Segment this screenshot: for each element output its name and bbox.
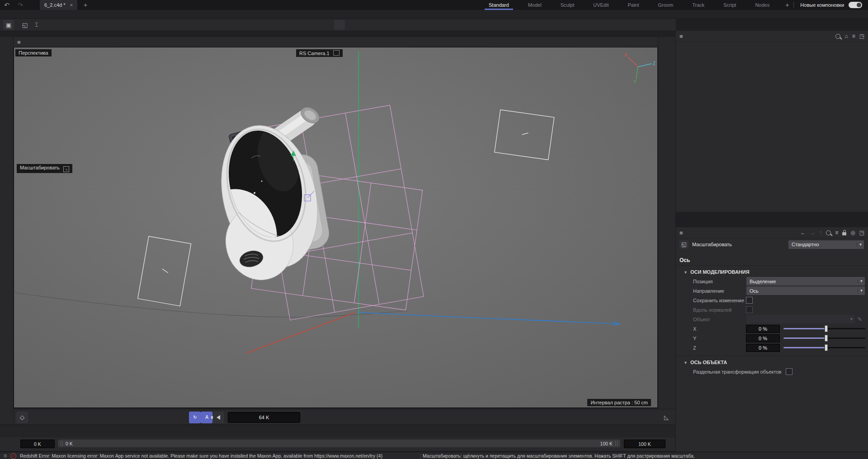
left-tool-palette bbox=[0, 37, 14, 425]
right-command-palette bbox=[658, 37, 676, 425]
close-tab-icon[interactable]: × bbox=[70, 2, 72, 8]
am-search-icon[interactable] bbox=[826, 230, 831, 235]
direction-dropdown[interactable]: Ось▼ bbox=[746, 286, 865, 295]
along-normals-row: Вдоль нормалей bbox=[676, 305, 868, 314]
position-row: Позиция Выделение▼ bbox=[676, 276, 868, 286]
status-error-text: Redshift Error: Maxon licensing error: M… bbox=[20, 453, 382, 459]
layout-tab-groom[interactable]: Groom bbox=[649, 0, 683, 10]
sound-button[interactable] bbox=[212, 412, 224, 423]
timeline-ruler[interactable] bbox=[0, 425, 675, 438]
object-link-field[interactable]: ▼ bbox=[746, 314, 855, 324]
add-layout-button[interactable]: + bbox=[785, 1, 789, 9]
view-label[interactable]: Перспектива bbox=[15, 49, 52, 56]
workspace-toggle-label: Новые компоновки bbox=[800, 2, 844, 8]
om-menu-icon[interactable]: ≡ bbox=[679, 33, 683, 40]
axis-z-label: Z bbox=[653, 61, 656, 66]
object-manager-menubar: ≡ ⌂ ≡ ◳ bbox=[676, 31, 868, 42]
am-menu-icon[interactable]: ≡ bbox=[679, 230, 683, 236]
scene-3d bbox=[14, 47, 657, 407]
axis-x-slider[interactable] bbox=[783, 325, 865, 332]
range-slider[interactable]: 0 K 100 K bbox=[58, 440, 620, 447]
am-forward-icon[interactable]: → bbox=[810, 230, 815, 236]
loop-playback-button[interactable]: ↻ bbox=[189, 412, 201, 423]
om-detach-icon[interactable]: ◳ bbox=[859, 33, 864, 39]
redo-icon[interactable]: ↷ bbox=[14, 1, 27, 9]
layout-tab-script[interactable]: Script bbox=[714, 0, 745, 10]
am-filter-icon[interactable]: ≡ bbox=[835, 230, 838, 236]
tool-tooltip: Масштабировать↘ bbox=[17, 164, 72, 173]
am-track-icon[interactable]: ◎ bbox=[850, 230, 855, 236]
axis-y-label: Y bbox=[633, 80, 637, 84]
layout-tab-sculpt[interactable]: Sculpt bbox=[551, 0, 584, 10]
active-tool-name: Масштабировать bbox=[692, 242, 732, 247]
am-up-icon[interactable]: ↑ bbox=[819, 230, 822, 236]
tool-preset-dropdown[interactable]: Стандартно▼ bbox=[788, 240, 864, 249]
camera-label[interactable]: RS Camera.1 bbox=[296, 49, 343, 57]
om-search-icon[interactable] bbox=[835, 34, 840, 39]
workspace-toggle[interactable] bbox=[849, 2, 862, 8]
group-object-axis[interactable]: ▼ОСЬ ОБЪЕКТА bbox=[676, 356, 868, 367]
section-title: Ось bbox=[676, 254, 868, 266]
group-modeling-axes[interactable]: ▼ОСИ МОДЕЛИРОВАНИЯ bbox=[676, 266, 868, 276]
axis-gizmo[interactable]: X Z Y bbox=[615, 51, 657, 84]
am-lock-icon[interactable] bbox=[842, 232, 846, 235]
layout-tab-standard[interactable]: Standard bbox=[479, 0, 519, 10]
status-menu-icon[interactable]: ≡ bbox=[4, 453, 7, 459]
axis-z-row: Z 0 % bbox=[676, 343, 868, 352]
layout-tab-model[interactable]: Model bbox=[519, 0, 551, 10]
keep-change-row: Сохранить изменение bbox=[676, 295, 868, 305]
layout-tab-uvedit[interactable]: UVEdit bbox=[584, 0, 618, 10]
current-frame-field[interactable]: 64 K bbox=[228, 412, 300, 423]
keep-change-checkbox[interactable] bbox=[746, 297, 753, 304]
coordinate-system-button[interactable]: ▣ bbox=[3, 20, 14, 30]
viewport-menu-icon[interactable]: ≡ bbox=[17, 39, 21, 46]
document-tab[interactable]: 6_2.c4d * × bbox=[40, 0, 77, 10]
document-tab-label: 6_2.c4d * bbox=[44, 2, 65, 8]
along-normals-checkbox[interactable] bbox=[746, 306, 753, 313]
range-left-grip[interactable] bbox=[61, 441, 63, 446]
layout-tab-paint[interactable]: Paint bbox=[618, 0, 648, 10]
axis-z-slider[interactable] bbox=[783, 344, 865, 351]
tool-option-tabs bbox=[676, 250, 868, 254]
am-back-icon[interactable]: ← bbox=[800, 230, 806, 236]
attribute-menubar: ≡ ← → ↑ ≡ ◎ ◳ bbox=[676, 227, 868, 239]
axis-x-value[interactable]: 0 % bbox=[746, 325, 780, 333]
range-end-field[interactable]: 100 K bbox=[624, 440, 665, 448]
speaker-icon bbox=[217, 415, 220, 420]
axis-z-value[interactable]: 0 % bbox=[746, 344, 780, 352]
active-tool-row: ◱ Масштабировать Стандартно▼ bbox=[676, 239, 868, 250]
object-manager-tabs bbox=[676, 19, 868, 31]
perspective-viewport[interactable]: Перспектива RS Camera.1 Масштабировать↘ … bbox=[14, 47, 658, 408]
new-tab-button[interactable]: + bbox=[84, 1, 87, 9]
axis-y-value[interactable]: 0 % bbox=[746, 334, 780, 342]
axis-y-row: Y 0 % bbox=[676, 333, 868, 343]
camera-pin-icon[interactable] bbox=[333, 50, 340, 56]
separate-transform-checkbox[interactable] bbox=[786, 368, 793, 375]
layout-tab-nodes[interactable]: Nodes bbox=[745, 0, 779, 10]
range-right-grip[interactable] bbox=[615, 441, 618, 446]
raster-interval-label: Интервал растра : 50 cm bbox=[587, 399, 651, 406]
om-filter-icon[interactable]: ≡ bbox=[852, 33, 855, 39]
error-icon: ✓ bbox=[10, 453, 16, 459]
workplane-lock-button[interactable]: ◱ bbox=[19, 20, 30, 30]
direction-row: Направление Ось▼ bbox=[676, 286, 868, 295]
range-start-field[interactable]: 0 K bbox=[20, 440, 55, 448]
undo-icon[interactable]: ↶ bbox=[0, 1, 14, 9]
axis-y-slider[interactable] bbox=[783, 335, 865, 342]
keyframe-diamond-button[interactable]: ◇ bbox=[16, 412, 28, 423]
axis-lock-button[interactable]: ⌶ bbox=[31, 20, 42, 30]
main-menubar bbox=[0, 10, 868, 19]
viewport-background bbox=[14, 47, 657, 407]
status-hint-text: Масштабировать: щёлкнуть и перетащить дл… bbox=[423, 453, 695, 459]
object-pick-icon[interactable]: ✎ bbox=[858, 316, 862, 323]
axis-x-label: X bbox=[624, 52, 627, 57]
layout-tabs: StandardModelSculptUVEditPaintGroomTrack… bbox=[479, 0, 862, 10]
am-detach-icon[interactable]: ◳ bbox=[859, 230, 864, 236]
position-dropdown[interactable]: Выделение▼ bbox=[746, 276, 865, 286]
om-home-icon[interactable]: ⌂ bbox=[844, 33, 848, 39]
attribute-manager-tabs bbox=[676, 215, 868, 227]
layout-tab-track[interactable]: Track bbox=[683, 0, 714, 10]
tooltip-detach-icon[interactable]: ↘ bbox=[63, 166, 69, 172]
status-bar: ≡ ✓ Redshift Error: Maxon licensing erro… bbox=[0, 452, 868, 459]
timeline-scale-icon[interactable]: ◺ bbox=[664, 414, 669, 421]
